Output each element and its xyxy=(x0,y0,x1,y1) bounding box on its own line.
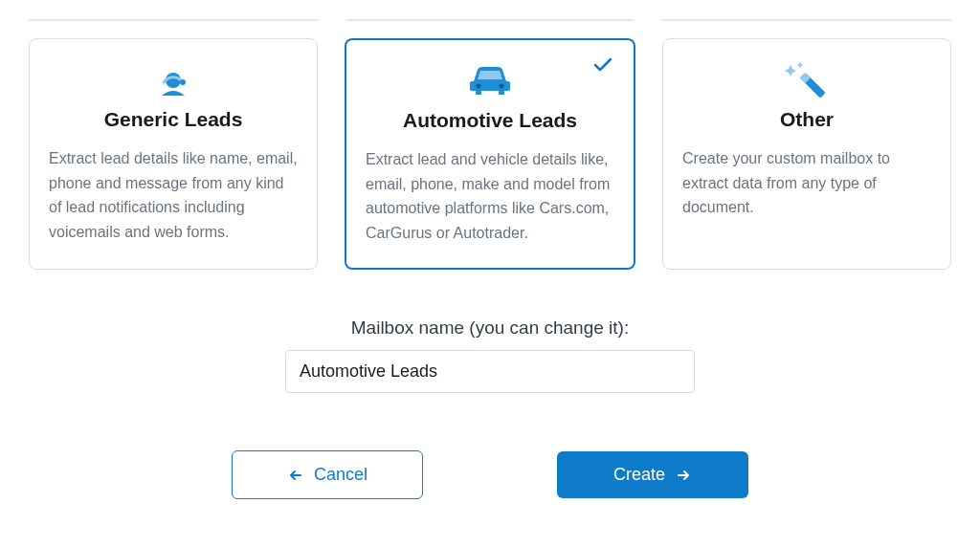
action-buttons: Cancel Create xyxy=(29,450,951,499)
top-divider-row xyxy=(29,19,951,21)
divider xyxy=(661,19,951,21)
divider xyxy=(29,19,319,21)
check-icon xyxy=(591,54,614,80)
create-button[interactable]: Create xyxy=(557,451,748,498)
car-icon xyxy=(366,59,614,99)
magic-wand-icon xyxy=(682,58,931,98)
arrow-left-icon xyxy=(287,467,304,484)
headset-person-icon xyxy=(49,58,298,98)
card-description: Create your custom mailbox to extract da… xyxy=(682,146,931,220)
card-title: Automotive Leads xyxy=(366,109,614,132)
card-other[interactable]: Other Create your custom mailbox to extr… xyxy=(662,38,951,270)
mailbox-name-form: Mailbox name (you can change it): xyxy=(29,317,951,393)
card-title: Other xyxy=(682,108,931,131)
divider xyxy=(345,19,635,21)
card-automotive-leads[interactable]: Automotive Leads Extract lead and vehicl… xyxy=(345,38,635,270)
svg-rect-4 xyxy=(476,91,481,95)
card-generic-leads[interactable]: Generic Leads Extract lead details like … xyxy=(29,38,318,270)
card-description: Extract lead and vehicle details like, e… xyxy=(366,147,614,245)
svg-rect-5 xyxy=(499,91,504,95)
svg-point-0 xyxy=(166,73,181,88)
svg-point-1 xyxy=(180,79,186,85)
mailbox-name-input[interactable] xyxy=(285,350,695,393)
mailbox-name-label: Mailbox name (you can change it): xyxy=(351,317,629,339)
svg-point-2 xyxy=(477,84,481,89)
card-title: Generic Leads xyxy=(49,108,298,131)
arrow-right-icon xyxy=(675,467,692,484)
create-button-label: Create xyxy=(613,465,665,485)
mailbox-type-cards: Generic Leads Extract lead details like … xyxy=(29,38,951,270)
cancel-button[interactable]: Cancel xyxy=(232,450,423,499)
cancel-button-label: Cancel xyxy=(314,465,368,485)
card-description: Extract lead details like name, email, p… xyxy=(49,146,298,244)
svg-point-3 xyxy=(500,84,504,89)
